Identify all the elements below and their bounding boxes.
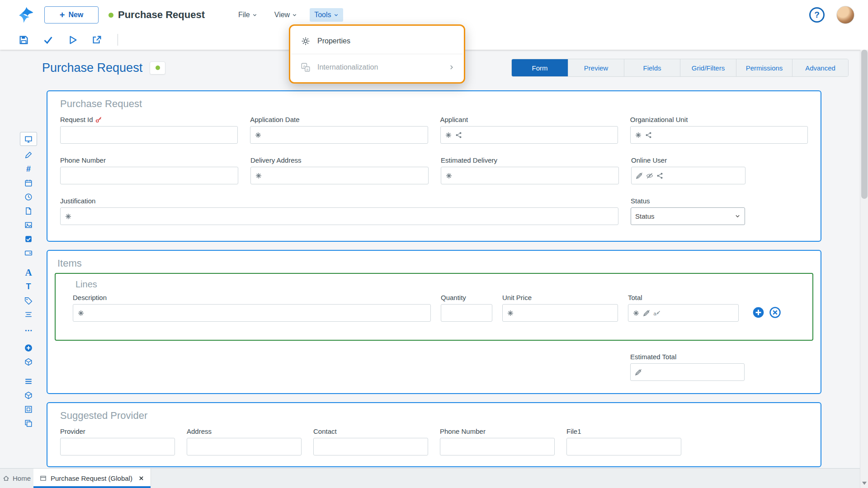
document-title: Purchase Request xyxy=(118,9,205,21)
help-button[interactable]: ? xyxy=(809,7,825,23)
field-phone-number[interactable] xyxy=(60,167,238,184)
new-button-label: New xyxy=(68,11,83,19)
tool-combo[interactable] xyxy=(23,248,34,258)
field-label-contact: Contact xyxy=(313,427,428,435)
field-label-org-unit: Organizational Unit xyxy=(630,116,808,123)
field-unit-price[interactable] xyxy=(502,304,618,322)
package-icon xyxy=(24,358,33,366)
field-label-description: Description xyxy=(73,294,431,301)
field-label-status: Status xyxy=(631,197,745,205)
home-label: Home xyxy=(13,474,31,482)
tool-component[interactable] xyxy=(23,390,34,400)
field-delivery-address[interactable] xyxy=(250,167,429,184)
menu-item-internationalization-label: Internationalization xyxy=(317,63,378,71)
field-quantity[interactable] xyxy=(441,304,492,322)
menu-tools-label: Tools xyxy=(314,11,331,19)
relation-icon xyxy=(656,172,664,179)
clock-icon xyxy=(24,193,33,201)
field-contact[interactable] xyxy=(313,438,428,455)
frame-icon xyxy=(24,405,33,413)
menu-tools[interactable]: Tools xyxy=(310,8,343,22)
tool-number[interactable]: # xyxy=(23,164,34,174)
status-select[interactable]: Status xyxy=(631,207,745,225)
tab-grid-filters[interactable]: Grid/Filters xyxy=(680,59,736,76)
field-label-applicant: Applicant xyxy=(440,116,618,123)
scrollbar-thumb[interactable] xyxy=(861,50,868,199)
tool-image[interactable] xyxy=(23,220,34,230)
field-address[interactable] xyxy=(187,438,302,455)
menu-view[interactable]: View xyxy=(270,8,302,22)
calendar-icon xyxy=(24,179,33,187)
field-provider-phone[interactable] xyxy=(440,438,555,455)
tool-time[interactable] xyxy=(23,192,34,202)
field-label-unit-price: Unit Price xyxy=(502,294,618,301)
tool-more[interactable]: … xyxy=(23,324,34,333)
tab-preview[interactable]: Preview xyxy=(568,59,624,76)
tool-add[interactable] xyxy=(23,343,34,353)
status-dot-icon xyxy=(108,13,113,18)
formula-asterisk-icon xyxy=(632,310,640,317)
open-document-tab[interactable]: Purchase Request (Global) xyxy=(33,469,151,488)
menu-item-internationalization[interactable]: Internationalization xyxy=(290,54,464,80)
field-justification[interactable] xyxy=(60,207,618,225)
user-avatar[interactable] xyxy=(836,6,854,24)
add-row-button[interactable] xyxy=(752,306,764,319)
section-purchase-request: Purchase Request Request Id Application … xyxy=(47,90,821,242)
field-applicant[interactable] xyxy=(440,126,618,144)
export-button[interactable] xyxy=(90,33,103,46)
tab-permissions[interactable]: Permissions xyxy=(736,59,792,76)
home-tab[interactable]: Home xyxy=(0,469,33,488)
bottom-tab-bar: Home Purchase Request (Global) xyxy=(0,468,868,488)
save-button[interactable] xyxy=(17,33,30,46)
field-estimated-delivery[interactable] xyxy=(441,167,619,184)
new-button[interactable]: + New xyxy=(44,6,99,23)
field-application-date[interactable] xyxy=(250,126,428,144)
field-label-application-date: Application Date xyxy=(250,116,428,123)
field-org-unit[interactable] xyxy=(630,126,808,144)
menu-file[interactable]: File xyxy=(234,8,262,22)
delete-row-button[interactable] xyxy=(769,306,781,319)
field-online-user[interactable] xyxy=(631,167,745,184)
tool-tag[interactable] xyxy=(23,296,34,305)
menu-item-properties[interactable]: Properties xyxy=(290,28,464,54)
chevron-down-icon xyxy=(334,13,339,18)
field-provider[interactable] xyxy=(60,438,175,455)
tool-frame[interactable] xyxy=(23,404,34,414)
field-label-estimated-delivery: Estimated Delivery xyxy=(441,156,619,164)
field-description[interactable] xyxy=(73,304,431,322)
formula-asterisk-icon xyxy=(507,310,514,317)
tool-checkbox[interactable] xyxy=(23,234,34,244)
tool-file[interactable] xyxy=(23,206,34,216)
close-icon[interactable] xyxy=(138,475,144,481)
field-file1[interactable] xyxy=(566,438,681,455)
section-title: Items xyxy=(55,251,813,269)
tool-screen[interactable] xyxy=(20,132,37,146)
tool-list[interactable] xyxy=(23,376,34,386)
section-title: Suggested Provider xyxy=(60,403,808,422)
tool-font[interactable]: A xyxy=(23,267,34,277)
tool-edit[interactable] xyxy=(23,150,34,160)
field-request-id[interactable] xyxy=(60,126,238,144)
field-total[interactable] xyxy=(628,304,739,322)
scrollbar-down-arrow[interactable] xyxy=(860,479,868,487)
tool-copy[interactable] xyxy=(23,418,34,428)
object-status-badge xyxy=(150,61,165,75)
no-calc-icon xyxy=(653,310,660,317)
image-icon xyxy=(24,221,33,229)
formula-asterisk-icon xyxy=(445,172,453,179)
run-button[interactable] xyxy=(66,33,79,46)
validate-button[interactable] xyxy=(42,33,54,46)
tag-icon xyxy=(24,296,33,305)
tab-advanced[interactable]: Advanced xyxy=(792,59,848,76)
tool-text[interactable]: T xyxy=(23,282,34,291)
tab-form[interactable]: Form xyxy=(512,59,568,76)
play-icon xyxy=(67,35,78,45)
tool-align[interactable] xyxy=(23,310,34,319)
tool-package[interactable] xyxy=(23,357,34,367)
field-label-provider-phone: Phone Number xyxy=(440,427,555,435)
tool-date[interactable] xyxy=(23,178,34,188)
field-estimated-total[interactable] xyxy=(630,363,745,381)
tab-fields[interactable]: Fields xyxy=(624,59,680,76)
field-label-address: Address xyxy=(187,427,302,435)
document-icon xyxy=(24,207,33,215)
